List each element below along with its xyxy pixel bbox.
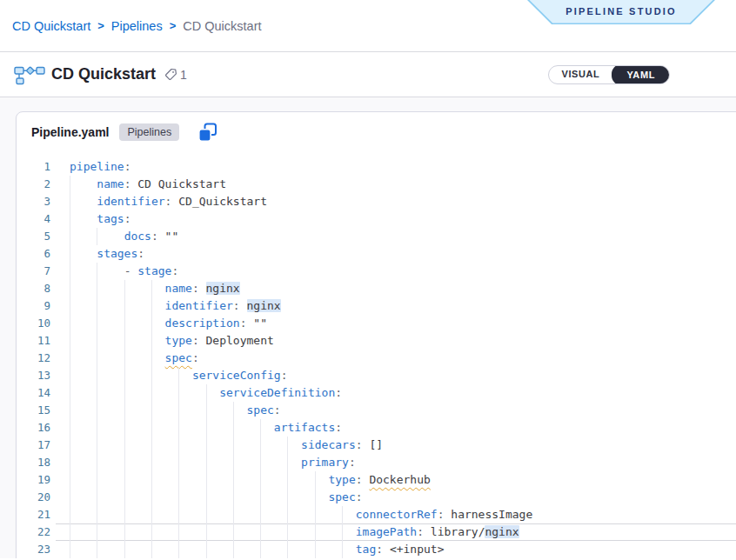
line-number: 2 [17, 176, 56, 193]
code-line[interactable]: 11 type: Deployment [17, 332, 736, 350]
code-content: spec: [56, 489, 736, 506]
yaml-token: : [240, 317, 254, 330]
indent-guides [70, 350, 165, 367]
code-line[interactable]: 10 description: "" [17, 315, 736, 332]
code-line[interactable]: 6 stages: [17, 245, 736, 263]
toggle-visual-button[interactable]: VISUAL [549, 65, 613, 84]
code-content: serviceConfig: [56, 367, 736, 384]
indent-guides [70, 402, 247, 419]
code-line[interactable]: 23 tag: <+input> [17, 541, 736, 558]
breadcrumb-separator-icon: > [170, 19, 177, 32]
yaml-token: stages [97, 247, 137, 260]
code-line[interactable]: 22 imagePath: library/nginx [17, 523, 736, 541]
code-line[interactable]: 8 name: nginx [17, 280, 736, 297]
app-header: CD Quickstart > Pipelines > CD Quickstar… [0, 0, 736, 97]
pipeline-studio-banner: PIPELINE STUDIO [527, 0, 715, 24]
code-content: name: CD Quickstart [56, 176, 736, 193]
yaml-token: : [192, 351, 199, 364]
breadcrumb-link-pipelines[interactable]: Pipelines [111, 19, 163, 33]
yaml-token: spec [165, 351, 192, 364]
yaml-token: : [192, 282, 206, 295]
code-line[interactable]: 21 connectorRef: harnessImage [17, 506, 736, 523]
yaml-token: artifacts [274, 421, 335, 434]
yaml-token: type [165, 334, 192, 347]
yaml-token: : [335, 386, 342, 399]
code-line[interactable]: 14 serviceDefinition: [17, 384, 736, 402]
line-number: 19 [17, 471, 56, 489]
yaml-token: "" [165, 230, 179, 243]
yaml-token: - [124, 264, 138, 277]
entity-type-badge: Pipelines [119, 123, 179, 141]
code-line[interactable]: 7 - stage: [17, 263, 736, 280]
code-line[interactable]: 19 type: Dockerhub [17, 471, 736, 489]
code-line[interactable]: 12 spec: [17, 350, 736, 367]
yaml-token: : [417, 525, 431, 538]
line-number: 10 [17, 315, 56, 332]
yaml-token: spec [328, 490, 355, 503]
code-content: identifier: CD_Quickstart [56, 193, 736, 210]
yaml-token: serviceConfig [192, 369, 281, 382]
visual-yaml-toggle: VISUAL YAML [548, 65, 671, 84]
indent-guides [70, 297, 165, 315]
indent-guides [70, 523, 356, 541]
line-number: 13 [17, 367, 56, 384]
code-line[interactable]: 1pipeline: [17, 158, 736, 176]
indent-guides [70, 176, 97, 193]
indent-guides [70, 245, 97, 263]
code-line[interactable]: 15 spec: [17, 402, 736, 419]
code-content: type: Deployment [56, 332, 736, 350]
yaml-token: : [356, 473, 370, 486]
code-content: sidecars: [] [56, 437, 736, 454]
indent-guides [70, 489, 328, 506]
code-content: artifacts: [56, 419, 736, 437]
yaml-token: : [137, 247, 144, 260]
code-content: spec: [56, 350, 736, 367]
line-number: 5 [17, 228, 56, 245]
yaml-lines: 1pipeline:2 name: CD Quickstart3 identif… [17, 158, 736, 558]
code-line[interactable]: 18 primary: [17, 454, 736, 471]
yaml-token: : [274, 403, 281, 417]
line-number: 3 [17, 193, 56, 210]
toggle-yaml-button[interactable]: YAML [612, 65, 670, 84]
code-content: tag: <+input> [56, 541, 736, 558]
line-number: 6 [17, 245, 56, 263]
yaml-file-name: Pipeline.yaml [31, 125, 109, 139]
yaml-token: : [356, 490, 363, 503]
code-line[interactable]: 17 sidecars: [] [17, 437, 736, 454]
yaml-token: : [356, 438, 370, 451]
code-line[interactable]: 16 artifacts: [17, 419, 736, 437]
page-title: CD Quickstart [51, 65, 156, 83]
yaml-token: tags [97, 212, 124, 225]
indent-guides [70, 367, 192, 384]
yaml-token: docs [124, 230, 151, 243]
line-number: 16 [17, 419, 56, 437]
indent-guides [70, 228, 124, 245]
yaml-token: Dockerhub [369, 473, 430, 486]
yaml-token: description [165, 317, 240, 330]
yaml-token: serviceDefinition [219, 386, 335, 399]
pipeline-studio-label: PIPELINE STUDIO [565, 6, 677, 17]
line-number: 4 [17, 210, 56, 228]
yaml-token: <+input> [390, 543, 445, 556]
code-line[interactable]: 2 name: CD Quickstart [17, 176, 736, 193]
yaml-token: : [124, 160, 131, 173]
indent-guides [70, 454, 301, 471]
breadcrumb-link-project[interactable]: CD Quickstart [12, 19, 90, 33]
yaml-token: Deployment [206, 334, 274, 347]
code-line[interactable]: 4 tags: [17, 210, 736, 228]
line-number: 8 [17, 280, 56, 297]
indent-guides [70, 315, 165, 332]
code-line[interactable]: 5 docs: "" [17, 228, 736, 245]
code-line[interactable]: 3 identifier: CD_Quickstart [17, 193, 736, 210]
copy-yaml-button[interactable] [197, 123, 217, 143]
code-content: name: nginx [56, 280, 736, 297]
indent-guides [70, 193, 97, 210]
code-line[interactable]: 9 identifier: nginx [17, 297, 736, 315]
code-line[interactable]: 13 serviceConfig: [17, 367, 736, 384]
code-content: primary: [56, 454, 736, 471]
code-line[interactable]: 20 spec: [17, 489, 736, 506]
yaml-token: pipeline [70, 160, 124, 173]
indent-guides [70, 541, 356, 558]
yaml-token: connectorRef [356, 508, 438, 521]
line-number: 21 [17, 506, 56, 523]
